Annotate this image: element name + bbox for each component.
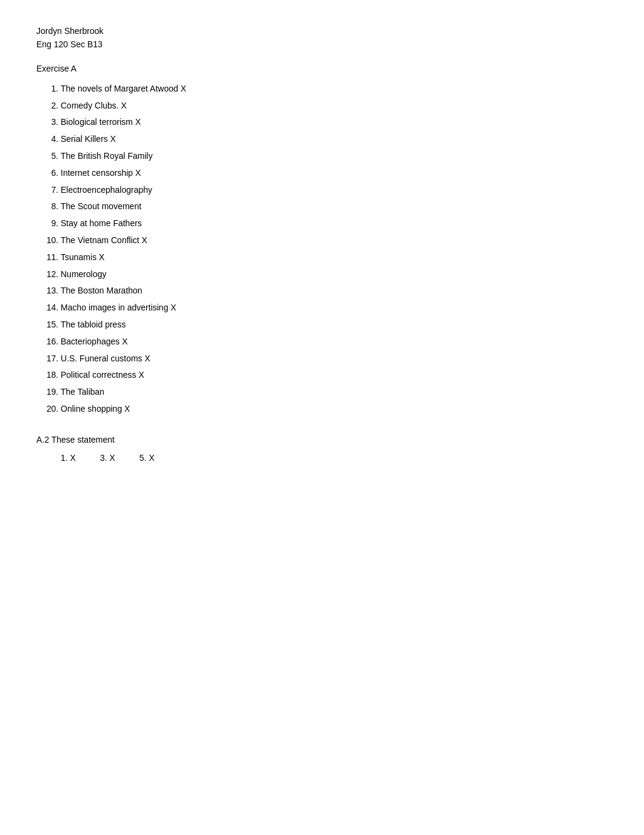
a2-answers-row: 1. X3. X5. X	[61, 453, 608, 463]
list-item: Internet censorship X	[61, 166, 608, 181]
list-item: The tabloid press	[61, 318, 608, 332]
list-item: The Taliban	[61, 385, 608, 400]
list-item: The Scout movement	[61, 200, 608, 214]
list-item: Numerology	[61, 267, 608, 282]
list-item: Serial Killers X	[61, 132, 608, 147]
list-item: Tsunamis X	[61, 250, 608, 265]
list-item: Macho images in advertising X	[61, 301, 608, 315]
list-item: Comedy Clubs. X	[61, 99, 608, 113]
course-info: Eng 120 Sec B13	[36, 38, 608, 51]
list-item: The novels of Margaret Atwood X	[61, 82, 608, 96]
exercise-a-section: Exercise A The novels of Margaret Atwood…	[36, 64, 608, 417]
a2-label: A.2 These statement	[36, 435, 608, 444]
list-item: Political correctness X	[61, 368, 608, 383]
header-block: Jordyn Sherbrook Eng 120 Sec B13	[36, 24, 608, 52]
exercise-a-list: The novels of Margaret Atwood XComedy Cl…	[36, 82, 608, 417]
list-item: The Boston Marathon	[61, 284, 608, 298]
a2-answers: 1. X3. X5. X	[36, 453, 608, 463]
a2-answer-item: 1. X	[61, 453, 76, 463]
list-item: U.S. Funeral customs X	[61, 352, 608, 366]
list-item: Online shopping X	[61, 402, 608, 417]
student-name: Jordyn Sherbrook	[36, 24, 608, 38]
exercise-a-label: Exercise A	[36, 64, 608, 73]
a2-section: A.2 These statement 1. X3. X5. X	[36, 435, 608, 463]
a2-answer-item: 3. X	[100, 453, 115, 463]
list-item: The British Royal Family	[61, 149, 608, 164]
list-item: The Vietnam Conflict X	[61, 233, 608, 248]
list-item: Stay at home Fathers	[61, 216, 608, 231]
list-item: Biological terrorism X	[61, 115, 608, 130]
list-item: Electroencephalography	[61, 183, 608, 198]
a2-answer-item: 5. X	[139, 453, 155, 463]
list-item: Bacteriophages X	[61, 335, 608, 349]
